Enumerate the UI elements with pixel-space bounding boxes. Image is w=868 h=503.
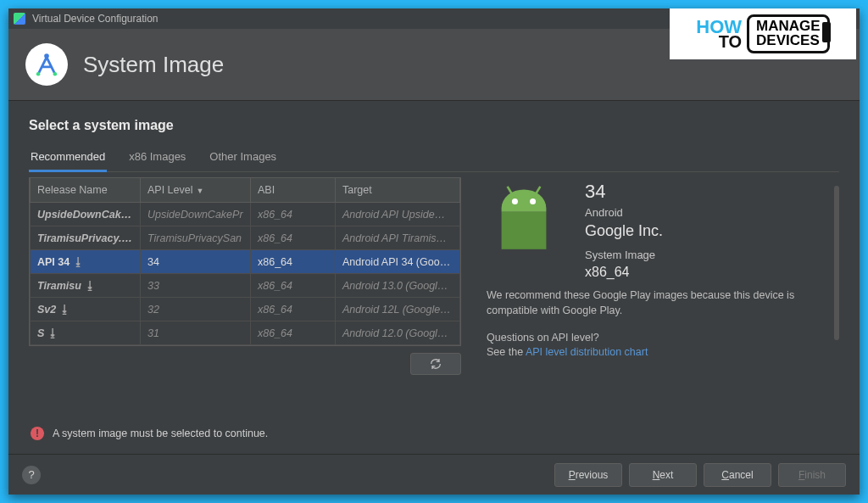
cell-release: S⭳ xyxy=(31,321,141,345)
window-title: Virtual Device Configuration xyxy=(32,13,159,25)
svg-point-1 xyxy=(36,72,41,76)
cell-release: Sv2⭳ xyxy=(31,298,141,321)
refresh-icon xyxy=(429,357,442,371)
detail-abi: x86_64 xyxy=(585,265,663,280)
detail-sysimg-label: System Image xyxy=(585,249,663,261)
cell-api: 34 xyxy=(141,250,251,274)
image-table-panel: Release Name API Level▼ ABI Target Upsid… xyxy=(29,177,461,400)
svg-line-6 xyxy=(508,187,512,194)
table-row[interactable]: Sv2⭳32x86_64Android 12L (Google Pla xyxy=(31,298,460,321)
col-release[interactable]: Release Name xyxy=(31,178,141,203)
next-button[interactable]: Next xyxy=(629,463,697,487)
system-image-table: Release Name API Level▼ ABI Target Upsid… xyxy=(30,177,460,345)
download-icon[interactable]: ⭳ xyxy=(47,327,58,339)
cell-api: TiramisuPrivacySan xyxy=(141,226,251,250)
cell-abi: x86_64 xyxy=(251,203,336,226)
tab-recommended[interactable]: Recommended xyxy=(29,145,107,172)
cell-api: UpsideDownCakePr xyxy=(141,203,251,226)
svg-point-4 xyxy=(512,198,518,204)
badge-to: TO xyxy=(719,35,742,48)
col-abi[interactable]: ABI xyxy=(251,178,336,203)
detail-os-label: Android xyxy=(585,206,663,219)
download-icon[interactable]: ⭳ xyxy=(59,303,70,316)
android-studio-logo xyxy=(25,43,68,86)
detail-panel: 34 Android Google Inc. System Image x86_… xyxy=(478,177,839,400)
content-area: Select a system image Recommended x86 Im… xyxy=(8,101,860,454)
cell-target: Android 12.0 (Google Pla xyxy=(336,321,460,345)
help-button[interactable]: ? xyxy=(22,466,41,484)
col-api[interactable]: API Level▼ xyxy=(141,178,251,203)
page-title: System Image xyxy=(83,52,224,78)
cell-api: 32 xyxy=(141,298,251,321)
cell-release: TiramisuPrivacy...⭳ xyxy=(31,226,141,250)
watermark-badge: HOW TO MANAGE DEVICES xyxy=(670,8,856,59)
error-text: A system image must be selected to conti… xyxy=(53,428,268,439)
sort-desc-icon: ▼ xyxy=(197,187,204,195)
badge-line2: DEVICES xyxy=(756,33,821,48)
table-row[interactable]: S⭳31x86_64Android 12.0 (Google Pla xyxy=(31,321,460,345)
cell-abi: x86_64 xyxy=(251,226,336,250)
subtitle: Select a system image xyxy=(29,118,839,133)
svg-rect-3 xyxy=(502,212,547,249)
cell-release: Tiramisu⭳ xyxy=(31,274,141,298)
phone-icon xyxy=(822,22,831,42)
android-icon xyxy=(487,181,561,265)
cell-target: Android API UpsideDown xyxy=(336,203,460,226)
dialog-window: Virtual Device Configuration ✕ System Im… xyxy=(8,8,860,495)
detail-description: We recommend these Google Play images be… xyxy=(487,288,831,318)
tab-other-images[interactable]: Other Images xyxy=(208,145,278,171)
refresh-button[interactable] xyxy=(410,353,461,375)
detail-vendor: Google Inc. xyxy=(585,222,663,240)
finish-button: Finish xyxy=(778,463,846,487)
cell-release: API 34⭳ xyxy=(31,250,141,274)
cancel-button[interactable]: Cancel xyxy=(704,463,771,487)
error-icon: ! xyxy=(31,427,44,440)
cell-abi: x86_64 xyxy=(251,321,336,345)
cell-target: Android API 34 (Google xyxy=(336,250,460,274)
svg-point-5 xyxy=(530,198,536,204)
previous-button[interactable]: Previous xyxy=(554,463,622,487)
cell-target: Android 13.0 (Google Pla xyxy=(336,274,460,298)
api-distribution-link[interactable]: API level distribution chart xyxy=(526,346,648,358)
badge-line1: MANAGE xyxy=(756,19,821,33)
svg-line-7 xyxy=(536,187,540,194)
detail-api-level: 34 xyxy=(585,181,663,203)
cell-abi: x86_64 xyxy=(251,250,336,274)
download-icon[interactable]: ⭳ xyxy=(73,255,84,268)
col-target[interactable]: Target xyxy=(336,178,460,203)
table-row[interactable]: API 34⭳34x86_64Android API 34 (Google xyxy=(31,250,460,274)
cell-release: UpsideDownCak...⭳ xyxy=(31,203,141,226)
scrollbar[interactable] xyxy=(834,186,839,340)
svg-point-2 xyxy=(53,72,58,76)
error-banner: ! A system image must be selected to con… xyxy=(29,416,839,445)
tab-x86-images[interactable]: x86 Images xyxy=(127,145,187,171)
detail-question: Questions on API level? xyxy=(487,332,831,344)
table-row[interactable]: Tiramisu⭳33x86_64Android 13.0 (Google Pl… xyxy=(31,274,460,298)
cell-abi: x86_64 xyxy=(251,298,336,321)
cell-api: 31 xyxy=(141,321,251,345)
table-row[interactable]: TiramisuPrivacy...⭳TiramisuPrivacySanx86… xyxy=(31,226,460,250)
footer: ? Previous Next Cancel Finish xyxy=(8,454,860,495)
download-icon[interactable]: ⭳ xyxy=(133,208,140,221)
detail-link-pre: See the xyxy=(487,346,526,358)
android-studio-icon xyxy=(14,13,25,25)
cell-api: 33 xyxy=(141,274,251,298)
download-icon[interactable]: ⭳ xyxy=(85,279,96,292)
table-row[interactable]: UpsideDownCak...⭳UpsideDownCakePrx86_64A… xyxy=(31,203,460,226)
tabs: Recommended x86 Images Other Images xyxy=(29,145,839,172)
cell-abi: x86_64 xyxy=(251,274,336,298)
cell-target: Android 12L (Google Pla xyxy=(336,298,460,321)
cell-target: Android API TiramisuPriv xyxy=(336,226,460,250)
